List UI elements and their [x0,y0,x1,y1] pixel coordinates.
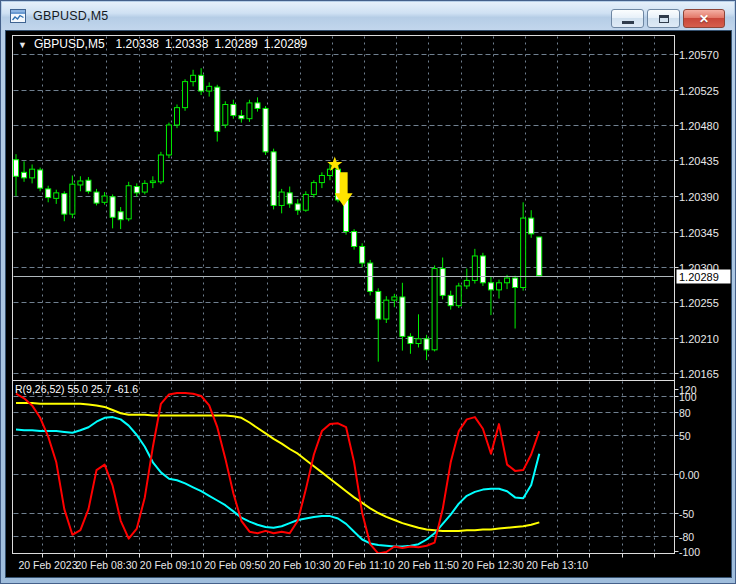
candle-bullish [416,339,421,344]
candle-bullish [392,297,397,300]
candle-bearish [400,297,405,336]
time-axis-label[interactable]: 20 Feb 09:50 [204,559,266,571]
candle-bearish [368,263,373,291]
candle-bearish [231,104,236,115]
candle-bearish [46,189,51,198]
price-axis-label: 1.20570 [679,49,719,61]
candle-bearish [352,232,357,247]
candles-group [14,68,542,361]
time-axis-label[interactable]: 20 Feb 11:10 [333,559,394,571]
candle-bearish [448,295,453,305]
time-axis-label[interactable]: 20 Feb 2023 [19,559,78,571]
time-axis-label[interactable]: 20 Feb 12:30 [462,559,524,571]
minimize-icon [622,21,634,24]
candle-bullish [166,125,171,155]
candle-bullish [456,286,461,306]
time-axis-label[interactable]: 20 Feb 09:10 [140,559,202,571]
chart-client-area[interactable]: 1.205701.205251.204801.204351.203901.203… [5,30,732,578]
time-axis-label[interactable]: 20 Feb 08:30 [75,559,137,571]
indicator-axis-label: 80 [679,407,691,419]
price-axis-label: 1.20435 [679,155,719,167]
candle-bearish [14,160,19,177]
candle-bearish [86,180,91,191]
close-button[interactable]: ✕ [683,9,725,28]
candle-bearish [22,172,27,178]
candle-bearish [360,246,365,263]
time-axis-label[interactable]: 20 Feb 11:50 [398,559,459,571]
candle-bullish [191,75,196,81]
candle-bearish [537,237,542,276]
candle-bearish [134,187,139,193]
candle-bullish [183,82,188,108]
price-axis-label: 1.20255 [679,297,719,309]
ohlc-symbol: GBPUSD,M5 [34,37,105,51]
candle-bearish [480,256,485,283]
candle-bearish [376,291,381,319]
restore-icon [659,15,669,23]
indicator-axis-label: -80 [679,531,694,543]
window-controls: ✕ [611,9,725,28]
ohlc-low: 1.20289 [214,37,257,51]
chart-window-icon [10,9,26,23]
price-axis-label: 1.20345 [679,227,719,239]
time-axis-label[interactable]: 20 Feb 10:30 [269,559,331,571]
candle-bearish [239,116,244,119]
time-axis-label[interactable]: 20 Feb 13:10 [526,559,588,571]
candle-bullish [327,169,332,175]
candle-bullish [521,218,526,287]
indicator-axis-label: -100 [679,546,700,558]
candle-bearish [440,269,445,296]
chart-canvas[interactable]: 1.205701.205251.204801.204351.203901.203… [6,31,731,577]
candle-bullish [30,169,35,178]
indicator-axis-label: 100 [679,391,697,403]
title-bar[interactable]: GBPUSD,M5 ✕ [2,2,734,30]
candle-bullish [464,280,469,286]
candle-bearish [513,278,518,287]
indicator-line-red [16,393,539,554]
candle-bearish [271,152,276,206]
candle-bullish [175,108,180,125]
ohlc-high: 1.20338 [165,37,208,51]
ohlc-open: 1.20338 [116,37,159,51]
close-icon: ✕ [699,13,709,25]
minimize-button[interactable] [611,9,644,28]
candle-bullish [223,104,228,125]
candle-bearish [295,204,300,210]
price-axis-label: 1.20210 [679,333,719,345]
window-title: GBPUSD,M5 [33,9,108,23]
candle-bearish [529,218,534,234]
indicator-axis-label: 0.00 [679,469,700,481]
candle-bullish [126,186,131,219]
candle-bearish [408,336,413,343]
price-axis-label: 1.20165 [679,368,719,380]
candle-bullish [54,193,59,199]
candle-bearish [287,193,292,204]
candle-bullish [505,278,510,283]
candle-bearish [215,87,220,131]
candle-bearish [110,197,115,218]
chevron-down-icon[interactable]: ▼ [18,40,27,50]
ohlc-readout: ▼GBPUSD,M51.203381.203381.202891.20289 [18,37,313,51]
candle-bearish [255,103,260,109]
restore-button[interactable] [647,9,680,28]
candle-bullish [102,196,107,202]
candle-bearish [424,339,429,350]
candle-bearish [38,170,43,188]
chart-window: GBPUSD,M5 ✕ 1.205701.205251.204801.20435… [0,0,736,584]
candle-bullish [303,194,308,210]
indicator-axis-label: 50 [679,430,691,442]
candle-bearish [488,283,493,290]
candle-bullish [78,181,83,185]
indicator-readout: R(9,26,52) 55.0 25.7 -61.6 [15,383,138,395]
candle-bullish [384,300,389,319]
candle-bullish [247,103,252,119]
price-axis-label: 1.20525 [679,85,719,97]
candle-bullish [70,184,75,214]
ohlc-close: 1.20289 [264,37,307,51]
candle-bullish [158,155,163,182]
indicator-pane-frame [13,381,675,554]
candle-bearish [94,192,99,203]
indicator-axis-label: -50 [679,508,694,520]
candle-bullish [142,183,147,192]
current-price-tag-label: 1.20289 [679,271,719,283]
